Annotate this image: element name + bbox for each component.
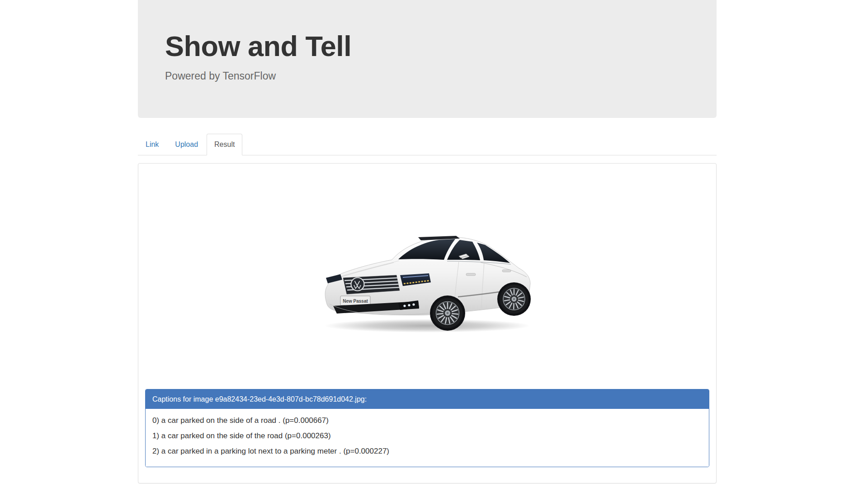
captions-panel: Captions for image e9a82434-23ed-4e3d-80… [145,389,709,467]
caption-line: 1) a car parked on the side of the road … [152,431,702,440]
caption-line: 2) a car parked in a parking lot next to… [152,446,702,456]
captions-panel-heading: Captions for image e9a82434-23ed-4e3d-80… [146,389,709,409]
page-title: Show and Tell [165,31,689,61]
tab-result[interactable]: Result [207,134,242,155]
car-image: New Passat [322,233,533,336]
uploaded-image-wrapper: New Passat [145,233,709,337]
page-subtitle: Powered by TensorFlow [165,70,689,82]
tab-bar: Link Upload Result [138,134,717,155]
caption-line: 0) a car parked on the side of a road . … [152,416,702,425]
result-panel: New Passat [138,163,717,483]
jumbotron-header: Show and Tell Powered by TensorFlow [138,0,717,118]
captions-panel-body: 0) a car parked on the side of a road . … [146,409,709,467]
tab-upload[interactable]: Upload [167,134,206,155]
tab-link[interactable]: Link [138,134,166,155]
page-container: Show and Tell Powered by TensorFlow Link… [138,0,717,483]
car-license-plate: New Passat [343,299,368,304]
